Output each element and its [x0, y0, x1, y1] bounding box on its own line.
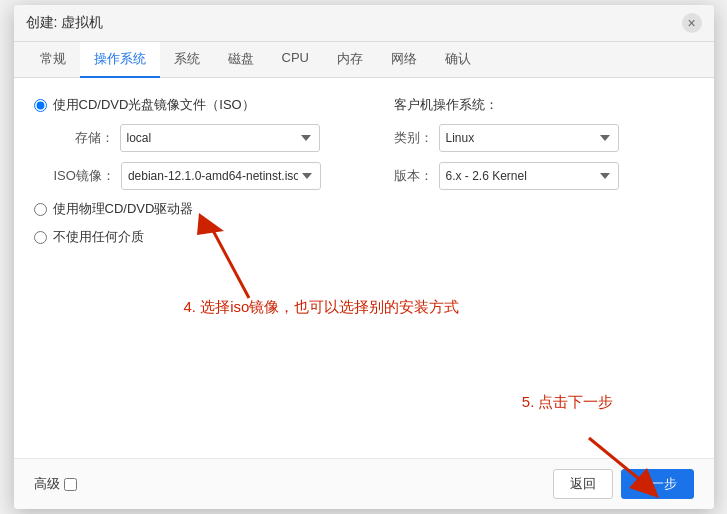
iso-select[interactable]: debian-12.1.0-amd64-netinst.iso	[121, 162, 321, 190]
iso-label: ISO镜像：	[54, 167, 115, 185]
os-type-select[interactable]: Linux	[439, 124, 619, 152]
next-button[interactable]: 下一步	[621, 469, 694, 499]
radio-physical-option[interactable]: 使用物理CD/DVD驱动器	[34, 200, 354, 218]
use-physical-label[interactable]: 使用物理CD/DVD驱动器	[53, 200, 194, 218]
dialog-title: 创建: 虚拟机	[26, 14, 104, 32]
advanced-checkbox[interactable]	[64, 478, 77, 491]
tab-confirm[interactable]: 确认	[431, 42, 485, 78]
main-content: 使用CD/DVD光盘镜像文件（ISO） 存储： local ISO镜像： deb…	[14, 78, 714, 458]
advanced-section: 高级	[34, 475, 77, 493]
back-button[interactable]: 返回	[553, 469, 613, 499]
use-physical-radio[interactable]	[34, 203, 47, 216]
tab-general[interactable]: 常规	[26, 42, 80, 78]
os-version-select[interactable]: 6.x - 2.6 Kernel	[439, 162, 619, 190]
annotation-text-1: 4. 选择iso镜像，也可以选择别的安装方式	[184, 298, 460, 317]
storage-row: 存储： local	[54, 124, 354, 152]
use-iso-label[interactable]: 使用CD/DVD光盘镜像文件（ISO）	[53, 96, 255, 114]
left-section: 使用CD/DVD光盘镜像文件（ISO） 存储： local ISO镜像： deb…	[34, 96, 354, 256]
use-none-label[interactable]: 不使用任何介质	[53, 228, 144, 246]
version-label: 版本：	[394, 167, 433, 185]
dialog: 创建: 虚拟机 × 常规 操作系统 系统 磁盘 CPU 内存 网络 确认 使用C…	[14, 5, 714, 509]
annotation-text-2: 5. 点击下一步	[522, 393, 614, 412]
os-type-row: 类别： Linux	[394, 124, 694, 152]
tab-disk[interactable]: 磁盘	[214, 42, 268, 78]
storage-label: 存储：	[54, 129, 114, 147]
tab-bar: 常规 操作系统 系统 磁盘 CPU 内存 网络 确认	[14, 42, 714, 78]
right-section: 客户机操作系统： 类别： Linux 版本： 6.x - 2.6 Kernel	[394, 96, 694, 200]
tab-system[interactable]: 系统	[160, 42, 214, 78]
close-button[interactable]: ×	[682, 13, 702, 33]
radio-no-media-option[interactable]: 不使用任何介质	[34, 228, 354, 246]
storage-select[interactable]: local	[120, 124, 320, 152]
guest-os-label: 客户机操作系统：	[394, 96, 694, 114]
iso-row: ISO镜像： debian-12.1.0-amd64-netinst.iso	[54, 162, 354, 190]
use-none-radio[interactable]	[34, 231, 47, 244]
os-version-row: 版本： 6.x - 2.6 Kernel	[394, 162, 694, 190]
tab-os[interactable]: 操作系统	[80, 42, 160, 78]
title-bar: 创建: 虚拟机 ×	[14, 5, 714, 42]
tab-memory[interactable]: 内存	[323, 42, 377, 78]
use-iso-radio[interactable]	[34, 99, 47, 112]
dialog-footer: 高级 返回 下一步	[14, 458, 714, 509]
radio-iso-option[interactable]: 使用CD/DVD光盘镜像文件（ISO）	[34, 96, 354, 114]
tab-cpu[interactable]: CPU	[268, 42, 323, 78]
advanced-label: 高级	[34, 475, 60, 493]
tab-network[interactable]: 网络	[377, 42, 431, 78]
type-label: 类别：	[394, 129, 433, 147]
